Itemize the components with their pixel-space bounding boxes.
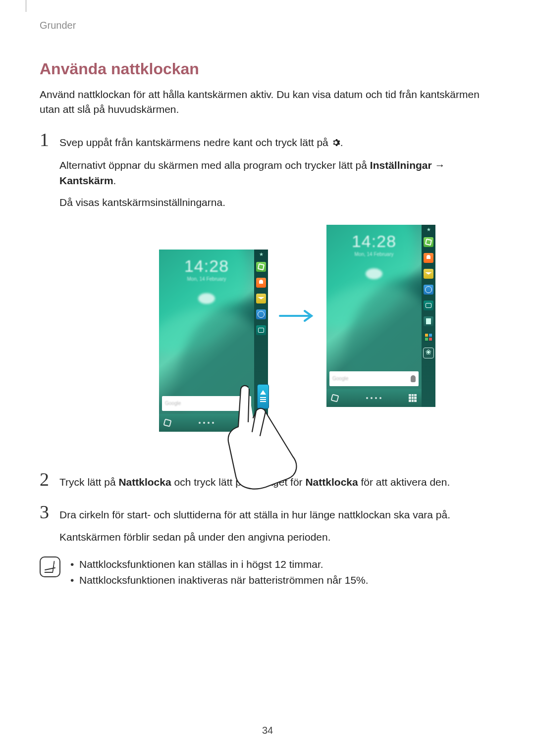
edge-browser-icon-2 [424, 285, 433, 295]
s3-line2: Kantskärmen förblir sedan på under den a… [59, 530, 495, 545]
step1-period: . [340, 137, 343, 148]
arrow-right-icon [278, 308, 317, 323]
step-3-content: Dra cirkeln för start- och sluttiderna f… [59, 504, 495, 545]
phone-right: 14:28 Mon, 14 February Google ★ [326, 225, 435, 407]
step-number-3: 3 [40, 504, 56, 520]
edge-settings-icon [424, 348, 433, 358]
note-item-2: Nattklocksfunktionen inaktiveras när bat… [79, 572, 369, 589]
s2-pre: Tryck lätt på [59, 476, 118, 488]
dock-phone-icon-2 [330, 394, 339, 402]
edge-camera-icon-2 [424, 301, 433, 310]
mic-icon-2 [411, 375, 416, 382]
phone-right-homescreen: 14:28 Mon, 14 February Google [326, 225, 422, 407]
search-placeholder: Google [165, 401, 181, 406]
step1-alt-bold2: Kantskärm [59, 175, 113, 186]
note-list: Nattklocksfunktionen kan ställas in i hö… [69, 556, 369, 589]
edge-browser-icon [256, 309, 266, 319]
step1-alt-bold1: Inställningar [370, 159, 432, 171]
edge-phone-icon [256, 262, 266, 272]
chapter-label: Grunder [40, 20, 495, 31]
step1-text-a: Svep uppåt från kantskärmens nedre kant … [59, 137, 331, 148]
step-1-content: Svep uppåt från kantskärmens nedre kant … [59, 131, 495, 151]
dock-page-dots [199, 422, 214, 424]
dock-phone-icon [163, 418, 171, 427]
illustration: 14:28 Mon, 14 February Google ★ [99, 224, 495, 457]
step-number-1: 1 [40, 131, 56, 148]
homescreen-date-2: Mon, 14 February [326, 252, 422, 257]
edge-star-icon-2: ★ [427, 227, 431, 232]
s2-bold1: Nattklocka [118, 476, 171, 488]
weather-widget [198, 293, 215, 304]
edge-contacts-icon-2 [424, 253, 433, 263]
page: Grunder Använda nattklockan Använd nattk… [0, 0, 535, 756]
step1-alt-pre: Alternativt öppnar du skärmen med alla p… [59, 159, 370, 171]
edge-apps-grid-icon [424, 332, 433, 342]
dock-page-dots-2 [366, 397, 381, 399]
edge-panel-right: ★ [422, 225, 435, 407]
dock-apps-icon-2 [409, 394, 417, 402]
edge-contacts-icon [256, 278, 266, 288]
s2-end: för att aktivera den. [361, 476, 450, 488]
gear-icon [331, 136, 340, 151]
step-1: 1 Svep uppåt från kantskärmens nedre kan… [40, 131, 495, 151]
homescreen-clock-2: 14:28 [326, 232, 422, 251]
note-block: Nattklocksfunktionen kan ställas in i hö… [40, 556, 495, 589]
edge-phone-icon-2 [424, 237, 433, 247]
edge-mail-icon [256, 294, 266, 303]
step1-result: Då visas kantskärmsinställningarna. [59, 195, 495, 210]
weather-widget-2 [366, 268, 382, 279]
step-3: 3 Dra cirkeln för start- och sluttiderna… [40, 504, 495, 545]
search-placeholder-2: Google [332, 376, 348, 381]
step1-alt: Alternativt öppnar du skärmen med alla p… [59, 158, 495, 188]
dock-2 [326, 389, 422, 407]
step1-alt-arrow: → [435, 159, 445, 171]
s2-bold2: Nattklocka [305, 476, 358, 488]
phone-left-wrapper: 14:28 Mon, 14 February Google ★ [159, 250, 268, 432]
edge-mail-icon-2 [424, 269, 433, 279]
edge-camera-icon [256, 325, 266, 335]
section-title: Använda nattklockan [40, 60, 495, 78]
page-number: 34 [0, 725, 535, 736]
note-item-1: Nattklocksfunktionen kan ställas in i hö… [79, 556, 369, 573]
edge-star-icon: ★ [259, 252, 264, 257]
hand-gesture-icon [218, 382, 303, 491]
s3-line1: Dra cirkeln för start- och sluttiderna f… [59, 507, 495, 522]
homescreen-date: Mon, 14 February [159, 276, 254, 282]
page-tab-mark [26, 0, 26, 12]
search-bar-2: Google [329, 371, 419, 386]
note-icon [40, 556, 60, 577]
edge-notes-icon [424, 316, 433, 326]
step-number-2: 2 [40, 471, 56, 488]
intro-paragraph: Använd nattklockan för att hålla kantskä… [40, 87, 495, 117]
homescreen-clock: 14:28 [159, 256, 254, 276]
